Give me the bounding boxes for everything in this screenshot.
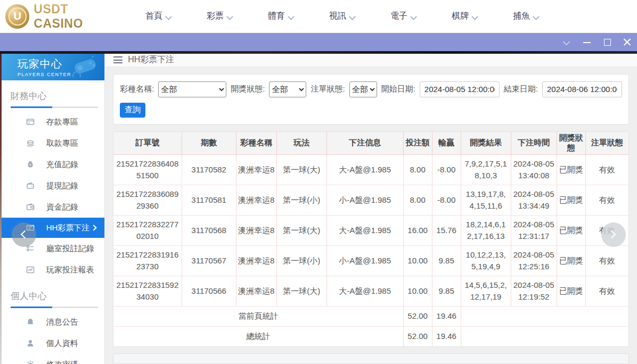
nav-item-sports[interactable]: 體育 (268, 11, 294, 22)
start-date-input[interactable] (420, 81, 500, 97)
cell-order-status: 有效 (585, 185, 628, 215)
cell-order-id: 2152172283608929360 (113, 185, 182, 215)
chevron-down-icon (166, 14, 172, 19)
draw-status-select[interactable]: 全部 (269, 81, 306, 97)
wallet-icon (26, 181, 35, 190)
page-summary-empty (461, 306, 628, 326)
cell-winloss: 9.85 (432, 245, 461, 276)
sidebar: 玩家中心 PLAYERS CENTER 財務中心 (2, 54, 105, 364)
cell-bet-info: 小-A盤@1.985 (326, 245, 403, 276)
cell-bet-time: 2024-08-05 13:40:08 (511, 154, 557, 185)
finance-section-title: 財務中心 (11, 90, 105, 102)
players-center-header: 玩家中心 PLAYERS CENTER (2, 54, 105, 80)
nav-label: 體育 (268, 11, 285, 22)
search-button[interactable]: 查詢 (120, 103, 145, 118)
cell-bet-time: 2024-08-05 12:25:16 (511, 245, 557, 276)
col-bet-info: 下注信息 (326, 132, 403, 155)
usdt-casino-logo[interactable]: U USDT CASINO (5, 2, 120, 31)
section-underline (11, 106, 99, 108)
page-summary-label: 當前頁統計 (113, 306, 403, 326)
sidebar-item-label: HH彩票下注 (46, 223, 90, 233)
cell-order-id: 2152172283640851500 (113, 154, 182, 185)
sidebar-item-label: 廳室投註記錄 (46, 244, 94, 254)
pagination-panel (113, 353, 629, 364)
cell-order-id: 2152172283191623730 (113, 245, 182, 276)
page-summary-winloss-total: 19.46 (432, 306, 461, 326)
cell-bet-time: 2024-08-05 12:31:17 (511, 215, 557, 245)
app-window: U USDT CASINO 首頁 彩票 體育 視訊 電子 (0, 0, 637, 364)
col-lottery-name: 彩種名稱 (236, 132, 276, 155)
lottery-name-select[interactable]: 全部 (158, 81, 226, 97)
cell-bet-amount: 8.00 (403, 185, 432, 215)
col-draw-status: 開獎狀態 (557, 132, 585, 155)
sidebar-item-label: 玩家投注報表 (46, 265, 94, 275)
order-status-select[interactable]: 全部 (349, 81, 377, 97)
cell-play-type: 第一球(大) (276, 154, 326, 185)
deposit-card-icon (26, 118, 35, 126)
table-row: 2152172283159234030 31170566 澳洲幸运8 第一球(大… (113, 276, 628, 306)
bets-table: 訂單號 期數 彩種名稱 玩法 下注信息 投注額 輸贏 開獎結果 下注時間 開獎狀… (113, 132, 628, 347)
collapse-sidebar-button[interactable] (12, 222, 36, 247)
gamepad-icon (69, 56, 100, 77)
cell-bet-info: 小-A盤@1.985 (326, 185, 403, 215)
nav-item-live[interactable]: 視訊 (329, 11, 355, 22)
grand-summary-bet-total: 52.00 (403, 326, 432, 346)
sidebar-item-funds-record[interactable]: 資金記錄 (2, 196, 105, 218)
cell-period: 31170581 (182, 185, 236, 215)
window-dropdown-icon[interactable] (562, 38, 571, 46)
window-minimize-button[interactable] (583, 38, 591, 46)
nav-label: 視訊 (329, 11, 346, 22)
cell-draw-result: 10,12,2,13,5,19,4,9 (461, 245, 511, 276)
grand-summary-empty (461, 326, 628, 346)
cell-lottery-name: 澳洲幸运8 (236, 245, 276, 276)
page-title: HH彩票下注 (128, 54, 174, 65)
cell-draw-result: 14,5,6,15,2,12,17,19 (461, 276, 511, 306)
cell-play-type: 第一球(大) (276, 276, 326, 306)
cell-winloss: 15.76 (432, 215, 461, 245)
sidebar-item-change-password[interactable]: 修改密碼 (2, 354, 105, 364)
sidebar-item-label: 修改密碼 (46, 360, 78, 364)
end-date-label: 結束日期: (504, 84, 538, 94)
sidebar-item-withdrawal-record[interactable]: 提現記錄 (2, 175, 105, 196)
cell-draw-status: 已開獎 (557, 154, 585, 185)
col-play-type: 玩法 (276, 132, 326, 155)
funds-wallet-icon (26, 203, 35, 211)
window-maximize-button[interactable] (603, 38, 611, 46)
cell-draw-result: 18,2,14,6,12,17,16,13 (461, 215, 511, 245)
cell-play-type: 第一球(大) (276, 215, 326, 245)
cell-winloss: -8.00 (432, 185, 461, 215)
nav-item-cards[interactable]: 棋牌 (452, 11, 478, 22)
nav-label: 彩票 (207, 11, 224, 22)
cell-draw-status: 已開獎 (557, 185, 585, 215)
sidebar-item-label: 個人資料 (46, 338, 78, 349)
scroll-right-button[interactable] (601, 222, 626, 247)
menu-toggle-icon[interactable] (113, 56, 123, 63)
sidebar-item-announcements[interactable]: 消息公告 (2, 311, 105, 333)
nav-item-lottery[interactable]: 彩票 (207, 11, 233, 22)
content-area: HH彩票下注 彩種名稱: 全部 開獎狀態: 全部 注單狀態: (105, 54, 637, 364)
nav-item-slots[interactable]: 電子 (390, 11, 416, 22)
lottery-name-label: 彩種名稱: (120, 84, 154, 94)
sidebar-item-bet-report[interactable]: 玩家投注報表 (2, 259, 105, 280)
order-status-label: 注單狀態: (311, 84, 345, 94)
cell-bet-amount: 10.00 (403, 245, 432, 276)
sidebar-item-deposit[interactable]: 存款專區 (2, 111, 105, 133)
end-date-input[interactable] (542, 81, 622, 97)
nav-item-home[interactable]: 首頁 (145, 11, 172, 22)
draw-status-label: 開獎狀態: (231, 84, 265, 94)
sidebar-item-withdraw[interactable]: 取款專區 (2, 133, 105, 154)
cell-order-id: 2152172283159234030 (113, 276, 182, 306)
sidebar-item-profile[interactable]: 個人資料 (2, 333, 105, 354)
window-close-button[interactable] (623, 38, 632, 46)
cell-draw-status: 已開獎 (557, 245, 585, 276)
cell-draw-status: 已開獎 (557, 215, 585, 245)
sidebar-item-label: 充值記錄 (46, 160, 78, 170)
chevron-right-icon (608, 230, 616, 239)
cell-play-type: 第一球(小) (276, 245, 326, 276)
nav-item-fishing[interactable]: 捕魚 (513, 11, 539, 22)
site-header: U USDT CASINO 首頁 彩票 體育 視訊 電子 (0, 0, 637, 33)
money-bag-icon: ¥ (26, 160, 35, 169)
sidebar-item-recharge-record[interactable]: ¥ 充值記錄 (2, 154, 105, 175)
person-icon (26, 339, 35, 348)
personal-section-title: 個人中心 (11, 290, 105, 302)
